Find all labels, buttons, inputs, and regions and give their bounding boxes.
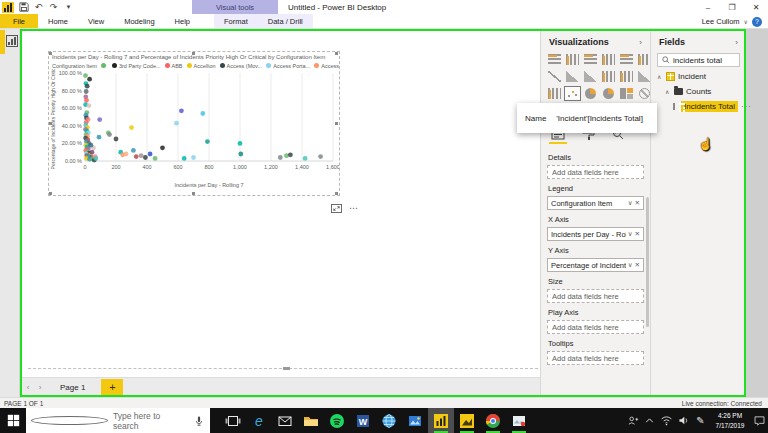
- ribbon-tab-format[interactable]: Format: [214, 14, 258, 28]
- ribbon-tab-file[interactable]: File: [0, 14, 38, 28]
- well-dropzone-details[interactable]: Add data fields here: [547, 165, 644, 179]
- pie-chart-icon[interactable]: [583, 87, 598, 100]
- pen-icon[interactable]: ✎: [692, 408, 709, 433]
- maximize-button[interactable]: ❐: [720, 0, 744, 14]
- field-pill-legend[interactable]: Configuration Item∨✕: [547, 196, 644, 210]
- line-chart-icon[interactable]: [547, 70, 562, 83]
- power-bi-file-icon[interactable]: [454, 408, 480, 433]
- field-pill-x-axis[interactable]: Incidents per Day - Rolli∨✕: [547, 227, 644, 241]
- add-page-button[interactable]: +: [101, 379, 123, 396]
- account-name[interactable]: Lee Cullom: [702, 17, 740, 26]
- field-checkbox[interactable]: [673, 103, 675, 110]
- legend-item[interactable]: 3rd Party Code...: [112, 63, 161, 69]
- ribbon-tab-data-drill[interactable]: Data / Drill: [258, 14, 313, 28]
- prev-page-icon[interactable]: ‹: [22, 383, 34, 392]
- stacked-column-chart-icon[interactable]: [565, 53, 580, 66]
- save-icon[interactable]: [18, 2, 29, 13]
- stacked-area-chart-icon[interactable]: [583, 70, 598, 83]
- tree-item-incident-table[interactable]: ∧ Incident: [651, 69, 746, 84]
- pill-dropdown-icon[interactable]: ∨: [628, 199, 633, 207]
- microphone-icon[interactable]: [193, 415, 205, 427]
- close-button[interactable]: ✕: [744, 0, 768, 14]
- measure-label[interactable]: Incidents Total: [681, 101, 738, 112]
- start-button[interactable]: [0, 408, 26, 433]
- field-pill-y-axis[interactable]: Percentage of Incidents∨✕: [547, 258, 644, 272]
- taskbar-search-input[interactable]: Type here to search: [26, 408, 210, 433]
- qat-dropdown-icon[interactable]: ▼: [63, 2, 74, 13]
- people-icon[interactable]: [624, 408, 641, 433]
- scatter-chart-icon[interactable]: [565, 87, 580, 100]
- minimize-button[interactable]: –: [696, 0, 720, 14]
- pill-dropdown-icon[interactable]: ∨: [628, 261, 633, 269]
- network-icon[interactable]: [658, 408, 675, 433]
- ribbon-tab-view[interactable]: View: [78, 14, 114, 28]
- expander-icon[interactable]: ∧: [665, 88, 671, 95]
- word-icon[interactable]: W: [350, 408, 376, 433]
- legend-item[interactable]: Access Porta...: [266, 63, 310, 69]
- undo-icon[interactable]: ↶: [33, 2, 44, 13]
- treemap-icon[interactable]: [619, 87, 634, 100]
- well-dropzone-size[interactable]: Add data fields here: [547, 289, 644, 303]
- photos-icon[interactable]: [402, 408, 428, 433]
- clustered-bar-chart-icon[interactable]: [583, 53, 598, 66]
- report-canvas[interactable]: Incidents per Day - Rolling 7 and Percen…: [21, 29, 540, 397]
- resize-handle[interactable]: [49, 52, 52, 55]
- volume-icon[interactable]: [675, 408, 692, 433]
- scatter-chart-visual[interactable]: Incidents per Day - Rolling 7 and Percen…: [49, 52, 339, 195]
- well-dropzone-tooltips[interactable]: Add data fields here: [547, 351, 644, 365]
- tree-item-counts-folder[interactable]: ∧ Counts: [651, 84, 746, 99]
- mail-icon[interactable]: [272, 408, 298, 433]
- resize-handle[interactable]: [335, 122, 338, 125]
- screenshot-tool-icon[interactable]: [506, 408, 532, 433]
- browser-icon[interactable]: [376, 408, 402, 433]
- well-dropzone-play-axis[interactable]: Add data fields here: [547, 320, 644, 334]
- stacked-bar-chart-icon[interactable]: [547, 53, 562, 66]
- chevron-up-icon[interactable]: [641, 408, 658, 433]
- legend-item[interactable]: Access (Mov...: [220, 63, 263, 69]
- pill-remove-icon[interactable]: ✕: [635, 199, 640, 207]
- expander-icon[interactable]: ∧: [657, 73, 663, 80]
- file-explorer-icon[interactable]: [298, 408, 324, 433]
- legend-item[interactable]: Access Rack...: [314, 63, 339, 69]
- field-search-input[interactable]: incidents total: [657, 53, 740, 67]
- account-dropdown-icon[interactable]: ∨: [744, 18, 748, 25]
- focus-mode-icon[interactable]: [331, 199, 342, 217]
- taskbar-clock[interactable]: 4:26 PM 7/17/2019: [711, 411, 749, 431]
- chrome-icon[interactable]: [480, 408, 506, 433]
- report-view-icon[interactable]: [6, 35, 18, 47]
- legend-item[interactable]: Accellion: [187, 63, 216, 69]
- spotify-icon[interactable]: [324, 408, 350, 433]
- legend-item[interactable]: [101, 63, 108, 68]
- pill-remove-icon[interactable]: ✕: [635, 261, 640, 269]
- ribbon-tab-modeling[interactable]: Modeling: [114, 14, 164, 28]
- 100-stacked-bar-chart-icon[interactable]: [619, 53, 634, 66]
- resize-handle[interactable]: [49, 122, 52, 125]
- action-center-icon[interactable]: [751, 408, 768, 433]
- legend-item[interactable]: ABB: [165, 63, 183, 69]
- clustered-column-chart-icon[interactable]: [601, 53, 616, 66]
- resize-handle[interactable]: [335, 52, 338, 55]
- collapse-fields-pane-icon[interactable]: ›: [735, 38, 738, 47]
- edge-icon[interactable]: e: [246, 408, 272, 433]
- more-options-icon[interactable]: ···: [741, 102, 752, 111]
- task-view-icon[interactable]: [220, 408, 246, 433]
- page-tab[interactable]: Page 1: [46, 378, 99, 396]
- donut-chart-icon[interactable]: [601, 87, 616, 100]
- collapse-pane-icon[interactable]: ›: [639, 38, 642, 47]
- pill-remove-icon[interactable]: ✕: [635, 230, 640, 238]
- power-bi-icon[interactable]: [428, 408, 454, 433]
- area-chart-icon[interactable]: [565, 70, 580, 83]
- resize-handle[interactable]: [49, 192, 52, 195]
- tree-item-incidents-total[interactable]: Incidents Total ···: [651, 99, 746, 114]
- line-clustered-column-chart-icon[interactable]: [619, 70, 634, 83]
- resize-handle[interactable]: [192, 192, 195, 195]
- resize-handle[interactable]: [335, 192, 338, 195]
- pane-scrollbar[interactable]: [646, 197, 649, 327]
- pill-dropdown-icon[interactable]: ∨: [628, 230, 633, 238]
- line-stacked-column-chart-icon[interactable]: [601, 70, 616, 83]
- more-options-icon[interactable]: ⋯: [349, 203, 359, 213]
- ribbon-tab-help[interactable]: Help: [165, 14, 200, 28]
- ribbon-tab-home[interactable]: Home: [38, 14, 78, 28]
- resize-handle[interactable]: [192, 52, 195, 55]
- next-page-icon[interactable]: ›: [34, 383, 46, 392]
